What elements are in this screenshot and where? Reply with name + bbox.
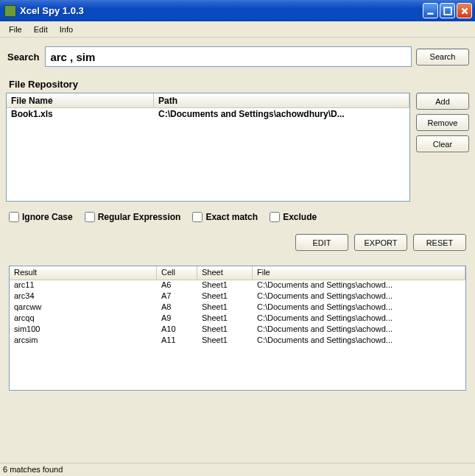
repo-cell-path: C:\Documents and Settings\achowdhury\D..…	[154, 108, 409, 121]
repo-header-path[interactable]: Path	[154, 93, 409, 107]
results-header-cell[interactable]: Cell	[157, 266, 197, 280]
repo-row[interactable]: Book1.xlsC:\Documents and Settings\achow…	[7, 108, 409, 121]
menu-file[interactable]: File	[3, 24, 28, 35]
results-row[interactable]: arcsimA11Sheet1C:\Documents and Settings…	[10, 335, 465, 347]
search-label: Search	[6, 51, 41, 63]
results-cell-sheet: Sheet1	[197, 291, 253, 302]
results-cell-cell: A10	[157, 324, 197, 335]
status-bar: 6 matches found	[0, 463, 475, 476]
search-input[interactable]	[45, 46, 412, 67]
edit-button[interactable]: EDIT	[295, 234, 348, 251]
results-row[interactable]: arc34A7Sheet1C:\Documents and Settings\a…	[10, 291, 465, 302]
repo-header-name[interactable]: File Name	[7, 93, 154, 107]
results-cell-sheet: Sheet1	[197, 335, 253, 347]
repo-cell-name: Book1.xls	[7, 108, 154, 121]
svg-rect-1	[444, 7, 451, 15]
titlebar: Xcel Spy 1.0.3	[0, 0, 475, 21]
results-cell-result: sim100	[10, 324, 157, 335]
results-cell-result: arc11	[10, 280, 157, 291]
content-area: Search Search File Repository File Name …	[0, 38, 475, 463]
repo-section-label: File Repository	[6, 79, 469, 90]
results-row[interactable]: sim100A10Sheet1C:\Documents and Settings…	[10, 324, 465, 335]
minimize-button[interactable]	[423, 3, 438, 18]
results-header-file[interactable]: File	[253, 266, 465, 280]
results-cell-sheet: Sheet1	[197, 313, 253, 324]
results-header-result[interactable]: Result	[10, 266, 157, 280]
menu-info[interactable]: Info	[54, 24, 79, 35]
results-row[interactable]: arcqqA9Sheet1C:\Documents and Settings\a…	[10, 313, 465, 324]
results-cell-file: C:\Documents and Settings\achowd...	[253, 302, 465, 313]
reset-button[interactable]: RESET	[413, 234, 466, 251]
svg-rect-0	[427, 13, 433, 14]
menu-edit[interactable]: Edit	[28, 24, 54, 35]
close-button[interactable]	[457, 3, 472, 18]
exact-input[interactable]	[192, 212, 203, 222]
exclude-checkbox[interactable]: Exclude	[270, 212, 317, 222]
results-cell-cell: A9	[157, 313, 197, 324]
results-cell-cell: A6	[157, 280, 197, 291]
menubar: File Edit Info	[0, 21, 475, 38]
results-cell-file: C:\Documents and Settings\achowd...	[253, 291, 465, 302]
regex-checkbox[interactable]: Regular Expression	[85, 212, 181, 222]
results-cell-sheet: Sheet1	[197, 324, 253, 335]
window-title: Xcel Spy 1.0.3	[20, 5, 423, 16]
exact-checkbox[interactable]: Exact match	[192, 212, 258, 222]
remove-button[interactable]: Remove	[416, 114, 469, 131]
ignore-case-checkbox[interactable]: Ignore Case	[9, 212, 73, 222]
exclude-label: Exclude	[283, 212, 317, 222]
results-cell-result: arc34	[10, 291, 157, 302]
exact-label: Exact match	[205, 212, 258, 222]
results-cell-file: C:\Documents and Settings\achowd...	[253, 313, 465, 324]
results-cell-sheet: Sheet1	[197, 280, 253, 291]
results-cell-result: arcqq	[10, 313, 157, 324]
results-cell-file: C:\Documents and Settings\achowd...	[253, 335, 465, 347]
clear-button[interactable]: Clear	[416, 135, 469, 152]
export-button[interactable]: EXPORT	[354, 234, 407, 251]
repo-listview[interactable]: File Name Path Book1.xlsC:\Documents and…	[6, 93, 410, 202]
ignore-case-label: Ignore Case	[22, 212, 73, 222]
regex-input[interactable]	[85, 212, 95, 222]
ignore-case-input[interactable]	[9, 212, 19, 222]
regex-label: Regular Expression	[98, 212, 181, 222]
results-cell-cell: A11	[157, 335, 197, 347]
results-cell-result: arcsim	[10, 335, 157, 347]
add-button[interactable]: Add	[416, 93, 469, 110]
results-cell-sheet: Sheet1	[197, 302, 253, 313]
results-cell-cell: A8	[157, 302, 197, 313]
results-row[interactable]: arc11A6Sheet1C:\Documents and Settings\a…	[10, 280, 465, 291]
results-header-sheet[interactable]: Sheet	[197, 266, 253, 280]
results-row[interactable]: qarcwwA8Sheet1C:\Documents and Settings\…	[10, 302, 465, 313]
exclude-input[interactable]	[270, 212, 280, 222]
search-button[interactable]: Search	[416, 49, 469, 65]
results-listview[interactable]: Result Cell Sheet File arc11A6Sheet1C:\D…	[9, 266, 466, 391]
results-cell-file: C:\Documents and Settings\achowd...	[253, 280, 465, 291]
app-icon	[4, 5, 16, 17]
maximize-button[interactable]	[440, 3, 455, 18]
results-cell-cell: A7	[157, 291, 197, 302]
status-text: 6 matches found	[3, 465, 63, 474]
results-cell-file: C:\Documents and Settings\achowd...	[253, 324, 465, 335]
results-cell-result: qarcww	[10, 302, 157, 313]
